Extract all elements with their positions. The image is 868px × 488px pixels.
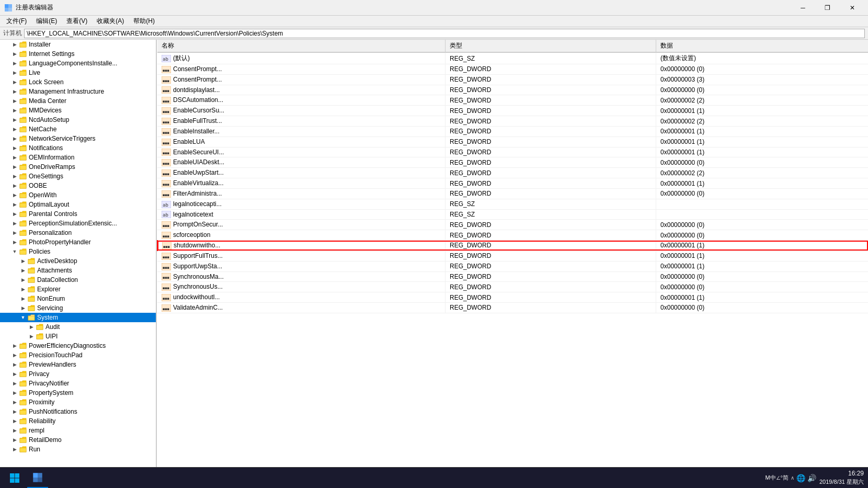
reg-dword-icon: ◼◼◼ xyxy=(162,242,172,249)
tree-item[interactable]: ▶ PropertySystem xyxy=(0,388,156,398)
table-row[interactable]: ◼◼◼ ConsentPrompt...REG_DWORD0x00000003 … xyxy=(157,74,868,85)
tree-item[interactable]: ▶ ActiveDesktop xyxy=(0,256,156,266)
tray-chevron[interactable]: ∧ xyxy=(791,475,794,481)
restore-button[interactable]: ❐ xyxy=(816,0,839,16)
menu-view[interactable]: 查看(V) xyxy=(62,16,92,27)
ime-indicator[interactable]: M中∠°简 xyxy=(765,474,789,482)
table-row[interactable]: ◼◼◼ EnableCursorSu...REG_DWORD0x00000001… xyxy=(157,106,868,116)
tree-expander: ▶ xyxy=(27,324,36,330)
tree-item[interactable]: ▶ NetCache xyxy=(0,124,156,134)
tree-item[interactable]: ▶ OOBE xyxy=(0,181,156,190)
table-row[interactable]: ◼◼◼ EnableSecureUI...REG_DWORD0x00000001… xyxy=(157,147,868,157)
table-row[interactable]: ◼◼◼ SynchronousUs...REG_DWORD0x00000000 … xyxy=(157,282,868,292)
tree-item[interactable]: ▶ DataCollection xyxy=(0,275,156,285)
tree-item[interactable]: ▶ Notifications xyxy=(0,143,156,153)
tree-item[interactable]: ▶ PerceptionSimulationExtensic... xyxy=(0,219,156,228)
tree-item[interactable]: ▶ NcdAutoSetup xyxy=(0,115,156,124)
tree-item[interactable]: ▶ PhotoPropertyHandler xyxy=(0,237,156,247)
reg-name-text: SynchronousUs... xyxy=(173,283,223,290)
tree-item[interactable]: ▼ Policies xyxy=(0,247,156,256)
clock[interactable]: 16:29 2019/8/31 星期六 xyxy=(819,469,864,486)
tree-item[interactable]: ▶ Installer xyxy=(0,40,156,49)
col-header-name[interactable]: 名称 xyxy=(157,40,445,52)
table-row[interactable]: ◼◼◼ EnableInstaller...REG_DWORD0x0000000… xyxy=(157,126,868,137)
table-row[interactable]: ◼◼◼ dontdisplaylast...REG_DWORD0x0000000… xyxy=(157,85,868,95)
col-header-data[interactable]: 数据 xyxy=(656,40,868,52)
table-row[interactable]: ◼◼◼ SupportUwpSta...REG_DWORD0x00000001 … xyxy=(157,261,868,271)
tree-item[interactable]: ▶ OptimalLayout xyxy=(0,200,156,209)
menu-favorites[interactable]: 收藏夹(A) xyxy=(93,16,128,27)
reg-name-cell: ◼◼◼ EnableLUA xyxy=(157,137,445,147)
table-row[interactable]: ◼◼◼ EnableUwpStart...REG_DWORD0x00000002… xyxy=(157,168,868,178)
minimize-button[interactable]: ─ xyxy=(791,0,815,16)
tree-item[interactable]: ▶ Attachments xyxy=(0,266,156,275)
table-row[interactable]: ◼◼◼ SupportFullTrus...REG_DWORD0x0000000… xyxy=(157,251,868,261)
tree-item[interactable]: ▶ UIPI xyxy=(0,332,156,341)
tree-item[interactable]: ▶ NetworkServiceTriggers xyxy=(0,134,156,143)
tree-item[interactable]: ▶ Explorer xyxy=(0,285,156,294)
tree-item[interactable]: ▶ Lock Screen xyxy=(0,77,156,87)
address-input[interactable] xyxy=(24,29,865,38)
tree-item[interactable]: ▶ MMDevices xyxy=(0,106,156,115)
tree-item[interactable]: ▶ PrivacyNotifier xyxy=(0,379,156,388)
tree-item[interactable]: ▶ OEMInformation xyxy=(0,153,156,162)
svg-text:◼◼◼: ◼◼◼ xyxy=(163,151,169,155)
tree-item[interactable]: ▶ NonEnum xyxy=(0,294,156,303)
table-row[interactable]: ◼◼◼ EnableVirtualiza...REG_DWORD0x000000… xyxy=(157,178,868,189)
menu-help[interactable]: 帮助(H) xyxy=(129,16,159,27)
tree-item[interactable]: ▶ RetailDemo xyxy=(0,435,156,445)
tree-item[interactable]: ▶ Live xyxy=(0,68,156,77)
table-row[interactable]: ◼◼◼ FilterAdministra...REG_DWORD0x000000… xyxy=(157,188,868,199)
reg-name-text: EnableInstaller... xyxy=(173,128,220,135)
table-row[interactable]: ◼◼◼ DSCAutomation...REG_DWORD0x00000002 … xyxy=(157,95,868,106)
tree-item[interactable]: ▶ Media Center xyxy=(0,96,156,106)
menu-edit[interactable]: 编辑(E) xyxy=(32,16,61,27)
tree-item[interactable]: ▶ Proximity xyxy=(0,398,156,407)
tree-item[interactable]: ▶ Personalization xyxy=(0,228,156,237)
tree-item[interactable]: ▶ Parental Controls xyxy=(0,209,156,219)
tree-item[interactable]: ▶ PreviewHandlers xyxy=(0,360,156,369)
table-row[interactable]: ◼◼◼ scforceoptionREG_DWORD0x00000000 (0) xyxy=(157,230,868,241)
table-row[interactable]: ◼◼◼ ConsentPrompt...REG_DWORD0x00000000 … xyxy=(157,64,868,75)
folder-icon xyxy=(19,191,27,199)
tree-item[interactable]: ▶ Internet Settings xyxy=(0,49,156,59)
tree-item[interactable]: ▶ Privacy xyxy=(0,369,156,379)
table-row[interactable]: ◼◼◼ PromptOnSecur...REG_DWORD0x00000000 … xyxy=(157,220,868,230)
table-row[interactable]: ◼◼◼ undockwithoutl...REG_DWORD0x00000001… xyxy=(157,292,868,303)
table-row[interactable]: ab legalnoticetextREG_SZ xyxy=(157,209,868,220)
speaker-icon[interactable]: 🔊 xyxy=(807,474,816,482)
table-row[interactable]: ◼◼◼ EnableFullTrust...REG_DWORD0x0000000… xyxy=(157,116,868,127)
tree-item[interactable]: ▶ PowerEfficiencyDiagnostics xyxy=(0,341,156,350)
start-button[interactable] xyxy=(4,468,25,488)
table-row[interactable]: ◼◼◼ EnableUIADeskt...REG_DWORD0x00000000… xyxy=(157,157,868,168)
tree-item[interactable]: ▶ Management Infrastructure xyxy=(0,87,156,96)
tree-panel[interactable]: ▶ Installer▶ Internet Settings▶ Language… xyxy=(0,40,157,467)
table-row[interactable]: ◼◼◼ ValidateAdminC...REG_DWORD0x00000000… xyxy=(157,303,868,313)
tree-item[interactable]: ▼ System xyxy=(0,313,156,322)
tree-item[interactable]: ▶ LanguageComponentsInstalle... xyxy=(0,59,156,68)
tree-item[interactable]: ▶ PrecisionTouchPad xyxy=(0,350,156,360)
tree-item[interactable]: ▶ OneSettings xyxy=(0,172,156,181)
close-button[interactable]: ✕ xyxy=(840,0,864,16)
table-row[interactable]: ◼◼◼ SynchronousMa...REG_DWORD0x00000000 … xyxy=(157,271,868,282)
taskbar-app-regedit[interactable] xyxy=(27,468,48,488)
network-icon[interactable]: 🌐 xyxy=(796,474,805,482)
table-row[interactable]: ab legalnoticecapti...REG_SZ xyxy=(157,199,868,209)
table-row[interactable]: ◼◼◼ EnableLUAREG_DWORD0x00000001 (1) xyxy=(157,137,868,147)
tree-item[interactable]: ▶ Servicing xyxy=(0,303,156,313)
menu-file[interactable]: 文件(F) xyxy=(2,16,31,27)
tree-item[interactable]: ▶ Reliability xyxy=(0,416,156,426)
tree-item-label: PropertySystem xyxy=(29,389,73,396)
tree-item-label: OEMInformation xyxy=(29,154,74,161)
tree-item[interactable]: ▶ OpenWith xyxy=(0,190,156,200)
right-panel[interactable]: 名称 类型 数据 ab (默认)REG_SZ(数值未设置) ◼◼◼ Consen… xyxy=(157,40,868,467)
table-row[interactable]: ◼◼◼ shutdownwitho...REG_DWORD0x00000001 … xyxy=(157,241,868,251)
tree-item[interactable]: ▶ Audit xyxy=(0,322,156,332)
tree-item[interactable]: ▶ rempl xyxy=(0,426,156,435)
table-row[interactable]: ab (默认)REG_SZ(数值未设置) xyxy=(157,52,868,64)
folder-icon xyxy=(19,370,27,378)
tree-item[interactable]: ▶ PushNotifications xyxy=(0,407,156,416)
tree-item[interactable]: ▶ OneDriveRamps xyxy=(0,162,156,172)
tree-item[interactable]: ▶ Run xyxy=(0,445,156,454)
col-header-type[interactable]: 类型 xyxy=(445,40,656,52)
